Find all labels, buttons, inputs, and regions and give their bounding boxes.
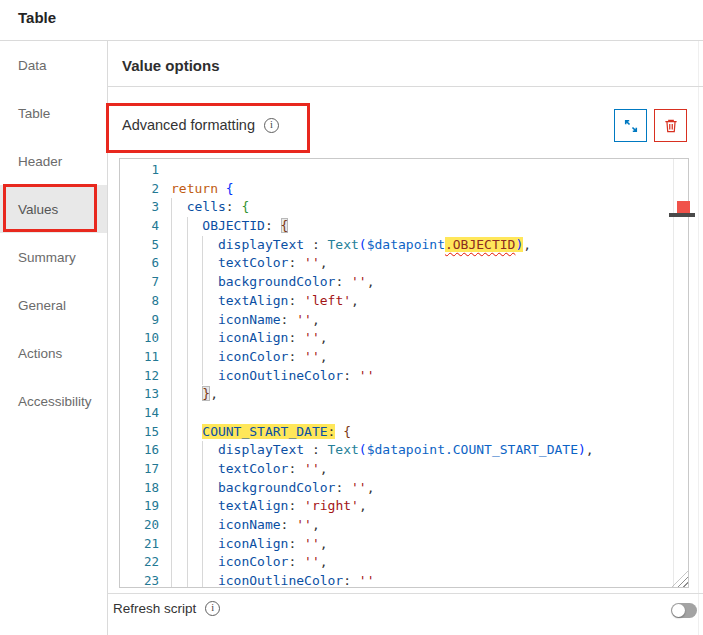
line-number: 7 (120, 273, 159, 292)
sidebar-nav: DataTableHeaderValuesSummaryGeneralActio… (0, 41, 107, 425)
line-number: 3 (120, 198, 159, 217)
indent-guide (171, 497, 172, 516)
code-text: textColor: '', (171, 460, 328, 479)
indent-guide (171, 441, 172, 460)
code-text: iconName: '', (171, 516, 320, 535)
line-number: 1 (120, 161, 159, 180)
trash-icon (662, 117, 680, 135)
code-text: textAlign: 'left', (171, 292, 359, 311)
sidebar-item-table[interactable]: Table (0, 89, 107, 137)
indent-guide (171, 516, 172, 535)
code-text: iconColor: '', (171, 553, 328, 572)
indent-guide (171, 423, 172, 442)
indent-guide (202, 460, 203, 479)
indent-guide (202, 311, 203, 330)
sidebar-item-label: Summary (18, 250, 76, 265)
line-number: 8 (120, 292, 159, 311)
indent-guide (171, 254, 172, 273)
indent-guide (171, 311, 172, 330)
sidebar-item-header[interactable]: Header (0, 137, 107, 185)
scrollbar-thumb[interactable] (669, 213, 695, 217)
sidebar-item-label: Values (18, 202, 58, 217)
code-text: iconAlign: '', (171, 535, 328, 554)
panel-title: Table (18, 9, 56, 26)
code-text (171, 404, 202, 423)
line-number: 9 (120, 311, 159, 330)
code-editor[interactable]: 12return {3 cells: {4 OBJECTID: {5 displ… (119, 158, 689, 588)
line-number: 20 (120, 516, 159, 535)
code-text: iconAlign: '', (171, 329, 328, 348)
indent-guide (171, 404, 172, 423)
indent-guide (171, 460, 172, 479)
sidebar-item-accessibility[interactable]: Accessibility (0, 377, 107, 425)
code-line: 5 displayText : Text($datapoint.OBJECTID… (120, 236, 688, 255)
code-line: 11 iconColor: '', (120, 348, 688, 367)
indent-guide (187, 217, 188, 236)
code-line: 23 iconOutlineColor: '' (120, 572, 688, 588)
info-icon[interactable]: i (205, 601, 220, 616)
sidebar-item-general[interactable]: General (0, 281, 107, 329)
expand-icon (622, 117, 640, 135)
indent-guide (171, 348, 172, 367)
indent-guide (202, 329, 203, 348)
code-text: displayText : Text($datapoint.OBJECTID), (171, 236, 531, 255)
indent-guide (171, 385, 172, 404)
indent-guide (202, 273, 203, 292)
line-number: 6 (120, 254, 159, 273)
indent-guide (171, 367, 172, 386)
indent-guide (187, 535, 188, 554)
code-text: }, (171, 385, 218, 404)
indent-guide (187, 311, 188, 330)
code-text: iconOutlineColor: '' (171, 367, 375, 386)
indent-guide (171, 553, 172, 572)
advanced-formatting-text: Advanced formatting (122, 117, 255, 133)
sidebar-item-label: General (18, 298, 66, 313)
code-line: 4 OBJECTID: { (120, 217, 688, 236)
indent-guide (187, 479, 188, 498)
sidebar-item-label: Actions (18, 346, 62, 361)
code-text: backgroundColor: '', (171, 273, 375, 292)
expand-editor-button[interactable] (614, 109, 647, 142)
code-line: 21 iconAlign: '', (120, 535, 688, 554)
code-line: 2return { (120, 180, 688, 199)
code-line: 8 textAlign: 'left', (120, 292, 688, 311)
code-text: textAlign: 'right', (171, 497, 367, 516)
indent-guide (202, 236, 203, 255)
indent-guide (187, 348, 188, 367)
code-text: COUNT_START_DATE: { (171, 423, 351, 442)
code-text: cells: { (171, 198, 249, 217)
line-number: 19 (120, 497, 159, 516)
delete-script-button[interactable] (654, 109, 687, 142)
indent-guide (171, 292, 172, 311)
line-number: 23 (120, 572, 159, 588)
indent-guide (202, 516, 203, 535)
refresh-script-toggle[interactable] (671, 603, 697, 618)
sidebar-item-summary[interactable]: Summary (0, 233, 107, 281)
line-number: 18 (120, 479, 159, 498)
line-number: 17 (120, 460, 159, 479)
indent-guide (187, 273, 188, 292)
indent-guide (187, 236, 188, 255)
code-line: 14 (120, 404, 688, 423)
indent-guide (171, 273, 172, 292)
sidebar-item-values[interactable]: Values (0, 185, 107, 233)
sidebar-item-label: Data (18, 58, 47, 73)
refresh-script-label: Refresh script i (113, 601, 220, 616)
advanced-formatting-label: Advanced formatting i (122, 117, 279, 133)
code-line: 7 backgroundColor: '', (120, 273, 688, 292)
sidebar-item-data[interactable]: Data (0, 41, 107, 89)
sidebar-item-actions[interactable]: Actions (0, 329, 107, 377)
code-line: 22 iconColor: '', (120, 553, 688, 572)
line-number: 5 (120, 236, 159, 255)
code-line: 19 textAlign: 'right', (120, 497, 688, 516)
info-icon[interactable]: i (264, 118, 279, 133)
code-line: 20 iconName: '', (120, 516, 688, 535)
sidebar-item-label: Accessibility (18, 394, 92, 409)
indent-guide (171, 236, 172, 255)
indent-guide (171, 572, 172, 588)
indent-guide (202, 535, 203, 554)
indent-guide (187, 423, 188, 442)
code-text: textColor: '', (171, 254, 328, 273)
toggle-knob (672, 604, 685, 617)
indent-guide (202, 367, 203, 386)
